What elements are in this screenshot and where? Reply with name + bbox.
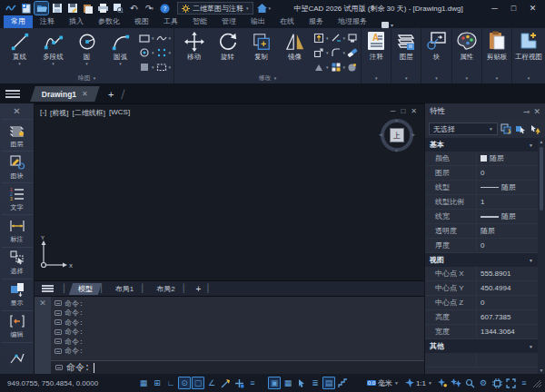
rectangle-tool-button[interactable]: ▾ [139,31,154,44]
ribbon-tab-smart[interactable]: 智能 [185,15,214,28]
move-button[interactable]: 移动 [177,30,211,62]
new-tab-button[interactable]: + [108,89,114,100]
sidebar-item-dimension[interactable]: 标注 [2,214,33,246]
scroll-up-icon[interactable]: ▲ [540,138,544,145]
mirror-button[interactable]: 镜像 [278,30,312,62]
add-layout-button[interactable]: + [191,284,207,294]
command-input[interactable]: 命令: [51,360,424,374]
engineering-view-panel-expand[interactable]: ▾ [512,73,545,83]
quick-select-icon[interactable] [500,123,512,135]
draw-panel-label[interactable]: 绘图▾ [0,73,173,83]
grid-icon[interactable]: ▦ [137,377,150,389]
document-tab[interactable]: Drawing1 ✕ [30,86,99,102]
preview-button[interactable] [112,2,125,15]
help-button[interactable]: ? [158,2,172,15]
annotation-scale-selector[interactable]: 1:1 ▼ [402,378,435,387]
add-scale-icon[interactable] [436,377,449,389]
viewport-view-control[interactable]: [前视] [50,108,68,118]
ellipse-tool-button[interactable]: ▾ [139,45,154,59]
ribbon-options-button[interactable]: ▾ [382,22,393,28]
arc-button[interactable]: 圆弧▾ [104,30,137,65]
section-basic[interactable]: 基本▼ [425,138,538,152]
save-button[interactable] [50,2,64,15]
align-tool-button[interactable] [347,31,358,44]
engineering-view-button[interactable]: 工程视图 [515,30,542,62]
select-cursor-icon[interactable] [295,377,308,389]
angle-icon[interactable]: ∠ [205,377,218,389]
boundary-tool-button[interactable]: ▾ [156,60,172,73]
line-button[interactable]: 直线▾ [3,30,36,65]
stretch-tool-button[interactable]: ▾ [313,31,329,44]
print-button[interactable] [96,2,110,15]
autohide-pin-icon[interactable]: ⊸ [523,107,530,116]
polyline-button[interactable]: 多段线▾ [36,30,70,65]
home-button[interactable]: ▾ [257,4,272,13]
vp-minimize-icon[interactable]: ─ [391,107,396,115]
compass-top-button[interactable]: 上 [390,128,404,142]
layers-button[interactable]: 图层 [395,30,417,62]
ribbon-tab-parametric[interactable]: 参数化 [91,15,127,28]
paper-space-icon[interactable]: ▤ [322,377,335,389]
select-objects-icon[interactable] [515,123,527,135]
ribbon-tab-annotate[interactable]: 注释 [33,15,62,28]
explode-tool-button[interactable]: ▾ [313,60,329,73]
point-tool-button[interactable]: ▾ [156,45,172,59]
viewport-ucs-control[interactable]: [WCS] [109,108,130,118]
ribbon-tab-output[interactable]: 输出 [243,15,272,28]
save-as-button[interactable] [65,2,79,15]
ribbon-tab-tools[interactable]: 工具 [156,15,185,28]
object-track-icon[interactable]: ▢ [192,377,204,389]
ribbon-tab-view[interactable]: 视图 [127,15,156,28]
sidebar-item-text[interactable]: 123 文字 [2,182,33,214]
vp-close-icon[interactable]: ✕ [411,107,417,115]
trim-tool-button[interactable]: ▾ [331,31,346,44]
block-button[interactable]: 块 [426,30,448,62]
ribbon-tab-home[interactable]: 常用 [4,15,33,28]
ribbon-tab-geo[interactable]: 地理服务 [331,15,374,28]
sidebar-item-edit[interactable]: 编辑 [2,310,33,342]
sidebar-item-display[interactable]: 显示 [2,279,33,310]
properties-scrollbar[interactable]: ▲ ▼ [538,138,545,374]
view-compass[interactable]: ▲ ▼ ◀ ▶ 上 [381,119,413,152]
workspace-selector[interactable]: 二维草图与注释 ▾ [177,2,253,15]
clipboard-panel-expand[interactable]: ▾ [482,73,511,83]
scale-tool-button[interactable]: ▾ [313,45,329,59]
layers-panel-expand[interactable]: ▾ [391,73,421,83]
circle-button[interactable]: 圆▾ [70,30,104,65]
ribbon-tab-insert[interactable]: 插入 [62,15,91,28]
offset-tool-button[interactable] [347,60,358,73]
hatch-tool-button[interactable]: ▾ [139,60,154,73]
section-other[interactable]: 其他▼ [425,339,538,353]
polar-track-icon[interactable] [219,377,232,389]
properties-button[interactable]: 属性 [456,30,478,62]
sidebar-item-partial[interactable] [2,342,33,374]
ribbon-tab-online[interactable]: 在线 [272,15,302,28]
sidebar-item-select[interactable]: 选择 [2,247,33,279]
rotate-button[interactable]: 旋转 [211,30,244,62]
ribbon-tab-services[interactable]: 服务 [302,15,331,28]
viewport-menu-control[interactable]: [-] [40,108,46,118]
section-view[interactable]: 视图▼ [425,253,538,267]
selection-dropdown[interactable]: 无选择▼ [429,122,498,135]
new-file-button[interactable] [19,2,33,15]
scrollbar-thumb[interactable] [540,147,543,211]
properties-close-icon[interactable]: ✕ [533,107,540,116]
toolbar-close-button[interactable]: ✕ [0,103,34,119]
annotate-panel-expand[interactable]: ▾ [362,73,391,83]
paste-button[interactable] [81,2,94,15]
model-space-icon[interactable]: ▣ [268,377,281,389]
fillet-tool-button[interactable]: ▾ [331,45,346,59]
steps-icon[interactable] [336,377,349,389]
viewport-grid-icon[interactable]: ▦ [282,377,294,389]
vp-restore-icon[interactable]: □ [401,107,405,115]
modify-panel-label[interactable]: 修改▾ [174,73,361,83]
dynamic-input-icon[interactable] [233,377,245,389]
status-menu-icon[interactable]: ≡ [518,377,530,389]
redo-button[interactable]: ↷▾ [143,2,156,15]
array-tool-button[interactable]: ▾ [331,60,346,73]
ortho-icon[interactable]: ∟ [164,377,177,389]
osnap-icon[interactable]: ⊙ [178,377,191,389]
spline-tool-button[interactable]: ▾ [156,31,172,44]
workspace-lines-icon[interactable]: ≣ [309,377,322,389]
quick-view-icon[interactable] [463,377,476,389]
